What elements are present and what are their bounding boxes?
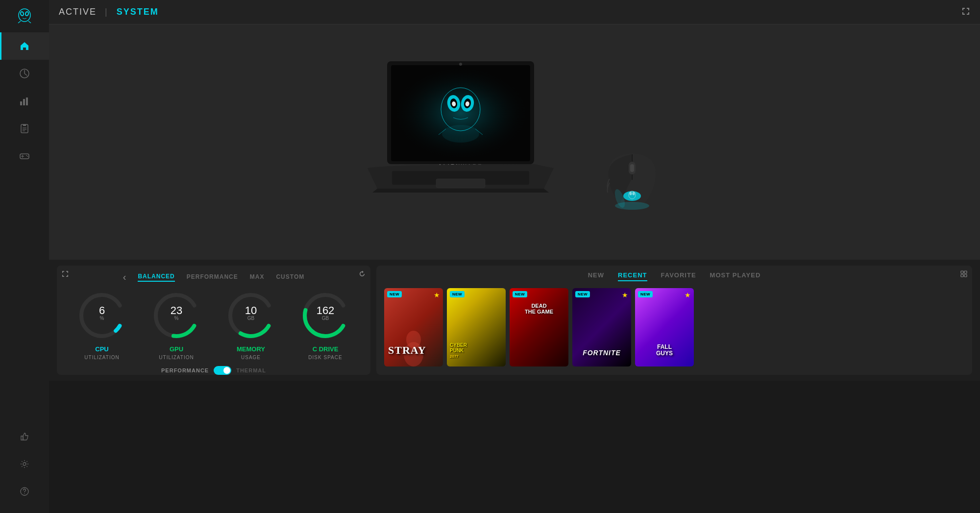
sidebar-item-thumbsup[interactable] — [19, 423, 30, 450]
game-fortnite-bg: FORTNITE — [572, 288, 631, 366]
performance-tabs: ‹ BALANCED PERFORMANCE MAX CUSTOM — [65, 271, 363, 283]
games-panel: NEW RECENT FAVORITE MOST PLAYED STRAY — [376, 266, 972, 375]
svg-rect-65 — [961, 271, 963, 273]
header-expand-button[interactable] — [961, 7, 970, 18]
laptop-container: ALIENWARE — [358, 56, 671, 228]
perf-prev-button[interactable]: ‹ — [123, 271, 126, 283]
svg-point-36 — [459, 63, 462, 66]
fallguys-badge-star: ★ — [685, 291, 691, 299]
gpu-label: GPU — [170, 345, 183, 353]
svg-rect-66 — [964, 271, 967, 273]
header: ACTIVE | SYSTEM — [49, 0, 980, 24]
breadcrumb-active: SYSTEM — [117, 7, 159, 17]
svg-rect-25 — [391, 65, 530, 161]
performance-toggle-switch[interactable] — [214, 366, 231, 375]
game-card-cyberpunk[interactable]: CYBERPUNK2077 NEW — [447, 288, 506, 366]
help-icon — [19, 486, 30, 497]
games-expand-icon[interactable] — [960, 270, 967, 279]
sidebar-item-help[interactable] — [19, 478, 30, 505]
cpu-sublabel: UTILIZATION — [84, 355, 119, 360]
mouse-image[interactable] — [593, 140, 671, 218]
svg-text:%: % — [100, 316, 104, 321]
game-tab-new[interactable]: NEW — [588, 271, 604, 281]
breadcrumb: ACTIVE | SYSTEM — [59, 7, 159, 17]
svg-rect-68 — [964, 274, 967, 277]
svg-point-20 — [23, 463, 26, 465]
thermal-toggle-label: THERMAL — [236, 367, 266, 373]
gpu-gauge: 23 % GPU UTILIZATION — [149, 289, 203, 360]
svg-point-18 — [26, 155, 27, 156]
game-card-stray[interactable]: STRAY NEW ★ — [384, 288, 443, 366]
memory-label: MEMORY — [237, 345, 265, 353]
svg-text:6: 6 — [99, 304, 105, 317]
cdrive-sublabel: DISK SPACE — [308, 355, 342, 360]
sidebar-item-chart[interactable] — [0, 87, 49, 115]
gauges-row: 6 % CPU UTILIZATION 23 % GPU — [65, 289, 363, 360]
svg-line-5 — [18, 21, 21, 23]
game-card-fallguys[interactable]: FALLGUYS NEW ★ — [635, 288, 694, 366]
cpu-gauge: 6 % CPU UTILIZATION — [75, 289, 129, 360]
perf-tab-custom[interactable]: CUSTOM — [276, 273, 304, 281]
cpu-label: CPU — [95, 345, 108, 353]
device-area: ALIENWARE — [49, 24, 980, 260]
svg-point-45 — [630, 192, 632, 195]
game-tab-recent[interactable]: RECENT — [618, 271, 647, 281]
perf-tab-balanced[interactable]: BALANCED — [138, 273, 174, 282]
fallguys-badge-new: NEW — [638, 291, 653, 297]
game-cyberpunk-bg: CYBERPUNK2077 — [447, 288, 506, 366]
svg-text:%: % — [174, 316, 179, 321]
sidebar-item-home[interactable] — [0, 32, 49, 60]
breadcrumb-separator: | — [105, 7, 108, 17]
system-panel: ‹ BALANCED PERFORMANCE MAX CUSTOM 6 % — [57, 266, 370, 375]
game-card-fortnite[interactable]: FORTNITE NEW ★ — [572, 288, 631, 366]
svg-point-43 — [623, 191, 641, 201]
sidebar-item-analytics[interactable] — [0, 60, 49, 87]
perf-tab-performance[interactable]: PERFORMANCE — [187, 273, 238, 281]
fortnite-badge-new: NEW — [575, 291, 590, 297]
svg-text:162: 162 — [317, 304, 335, 317]
cdrive-gauge: 162 GB C DRIVE DISK SPACE — [298, 289, 352, 360]
bottom-panels: ‹ BALANCED PERFORMANCE MAX CUSTOM 6 % — [49, 260, 980, 381]
laptop-image[interactable]: ALIENWARE — [358, 56, 564, 228]
sidebar-item-clipboard[interactable] — [0, 115, 49, 142]
sidebar-logo — [12, 4, 37, 28]
system-expand-icon[interactable] — [62, 270, 69, 279]
dead-badge-new: NEW — [513, 291, 527, 297]
game-dead-bg: DEADTHE GAME — [510, 288, 568, 366]
gpu-sublabel: UTILIZATION — [159, 355, 194, 360]
main-content: ACTIVE | SYSTEM — [49, 0, 980, 513]
memory-gauge: 10 GB MEMORY USAGE — [224, 289, 278, 360]
cyberpunk-badge-new: NEW — [450, 291, 465, 297]
game-tab-mostplayed[interactable]: MOST PLAYED — [710, 271, 761, 281]
svg-line-6 — [28, 21, 31, 23]
game-stray-bg: STRAY — [384, 288, 443, 366]
svg-point-22 — [24, 493, 25, 494]
stray-badge-star: ★ — [434, 291, 440, 299]
system-refresh-icon[interactable] — [359, 270, 366, 279]
settings-icon — [19, 458, 30, 470]
analytics-icon — [19, 68, 30, 79]
sidebar-item-settings[interactable] — [19, 450, 30, 478]
svg-text:23: 23 — [171, 304, 182, 317]
game-card-dead[interactable]: DEADTHE GAME NEW — [510, 288, 568, 366]
svg-point-0 — [19, 9, 30, 22]
games-grid: STRAY NEW ★ CYBERPUNK2077 NEW DEADTHE GA… — [384, 288, 964, 366]
thumbsup-icon — [19, 431, 30, 442]
svg-rect-9 — [23, 99, 25, 105]
svg-rect-39 — [436, 179, 485, 188]
clipboard-icon — [19, 122, 30, 134]
svg-text:GB: GB — [247, 316, 255, 321]
breadcrumb-inactive: ACTIVE — [59, 7, 97, 17]
sidebar-bottom — [19, 423, 30, 513]
home-icon — [19, 40, 30, 52]
game-tab-favorite[interactable]: FAVORITE — [661, 271, 696, 281]
fortnite-badge-star: ★ — [622, 291, 628, 299]
game-fallguys-bg: FALLGUYS — [635, 288, 694, 366]
svg-rect-10 — [26, 98, 28, 105]
svg-rect-42 — [630, 164, 634, 172]
sidebar — [0, 0, 49, 513]
sidebar-item-game[interactable] — [0, 142, 49, 170]
svg-rect-67 — [961, 274, 963, 277]
svg-text:GB: GB — [322, 316, 329, 321]
perf-tab-max[interactable]: MAX — [250, 273, 265, 281]
